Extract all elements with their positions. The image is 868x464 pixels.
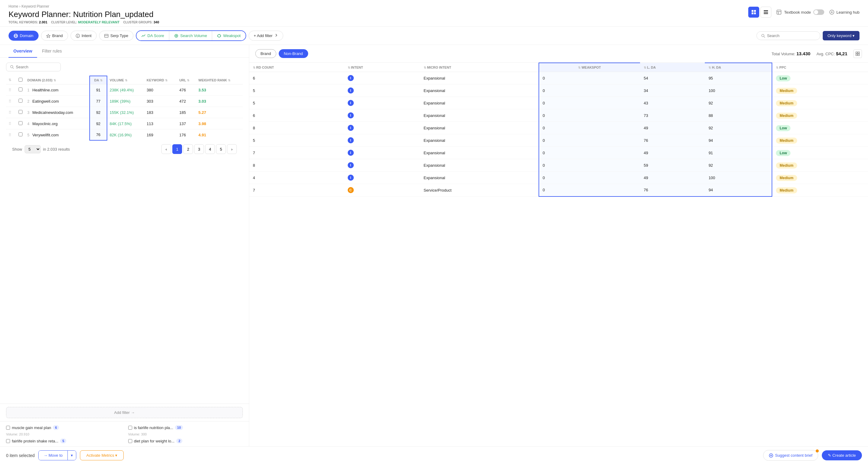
cluster-item-2[interactable]: fairlife protein shake reta... 5	[6, 438, 121, 443]
bottom-bar: 0 item selected → Move to ▾ Activate Met…	[0, 446, 868, 460]
page-title-prefix: Keyword Planner:	[8, 10, 71, 19]
cluster-item-5[interactable]: diet plan for weight lo... 2	[128, 438, 243, 443]
svg-rect-2	[752, 12, 753, 14]
brand-bar: Brand Non-Brand Total Volume: 13.430 Avg…	[249, 45, 868, 63]
kw-intent: C	[344, 184, 420, 196]
cluster-item-1[interactable]: muscle gain meal plan 6	[6, 425, 121, 430]
learning-hub[interactable]: Learning hub	[829, 9, 860, 15]
select-all-checkbox[interactable]	[19, 78, 23, 82]
add-filter-button[interactable]: + Add filter	[249, 31, 283, 41]
pagination-row: Show 5 10 25 in 2.033 results ‹ 1 2 3 4 …	[6, 141, 243, 158]
svg-rect-5	[764, 12, 768, 12]
breadcrumb-home[interactable]: Home	[8, 4, 18, 8]
active-filters-group: DA Score Search Volume Weakspot	[136, 30, 246, 41]
domain-keyword: 380	[144, 85, 177, 96]
suggest-icon	[769, 453, 773, 458]
row-checkbox[interactable]	[16, 129, 25, 141]
svg-rect-20	[104, 34, 108, 37]
kw-word-count: 7	[249, 184, 344, 196]
kw-micro-intent: Expansional	[420, 122, 539, 134]
drag-handle[interactable]: ⠿	[6, 107, 16, 118]
add-filter-row-button[interactable]: Add filter →	[6, 407, 243, 418]
page-1[interactable]: 1	[172, 144, 182, 154]
svg-point-25	[762, 34, 764, 37]
domain-da: 76	[90, 129, 107, 141]
page-prev[interactable]: ‹	[161, 144, 171, 154]
page-next[interactable]: ›	[227, 144, 237, 154]
intent-filter[interactable]: Intent	[70, 31, 97, 41]
brand-filter[interactable]: Brand	[41, 31, 68, 41]
cluster-badge-2: 5	[60, 438, 66, 443]
cluster-badge-5: 2	[176, 438, 182, 443]
kw-hda: 92	[705, 97, 772, 109]
domain-name: 1 Healthline.com	[25, 85, 90, 96]
row-checkbox[interactable]	[16, 107, 25, 118]
tab-overview[interactable]: Overview	[8, 45, 37, 58]
row-checkbox[interactable]	[16, 85, 25, 96]
drag-handle[interactable]: ⠿	[6, 129, 16, 141]
row-checkbox[interactable]	[16, 118, 25, 129]
tabs: Overview Filter rules	[0, 45, 249, 58]
move-to-dropdown[interactable]: ▾	[67, 451, 76, 460]
domain-search-box[interactable]	[6, 63, 61, 71]
page-5[interactable]: 5	[216, 144, 226, 154]
drag-handle[interactable]: ⠿	[6, 118, 16, 129]
cluster-item-4[interactable]: is fairlife nutrition pla... 10	[128, 425, 243, 430]
domain-url: 472	[177, 96, 196, 107]
drag-handle[interactable]: ⠿	[6, 96, 16, 107]
cluster-checkbox-1[interactable]	[6, 426, 10, 430]
kw-table-row: 5 I Expansional 0 43 92 Medium	[249, 97, 868, 109]
grid-icon-button[interactable]	[854, 49, 862, 58]
search-input[interactable]	[767, 33, 816, 38]
page-title: Keyword Planner: Nutrition Plan_updated	[8, 10, 159, 19]
kw-ppc: Medium	[772, 85, 868, 97]
drag-handle[interactable]: ⠿	[6, 85, 16, 96]
da-score-filter[interactable]: DA Score	[136, 31, 169, 40]
th-kw-weakspot: ⇅ WEAKSPOT	[539, 63, 640, 72]
suggest-content-brief-button[interactable]: Suggest content brief	[763, 450, 818, 460]
svg-rect-32	[858, 54, 860, 56]
move-to-group: → Move to ▾	[38, 450, 76, 460]
domain-volume: 189K (39%)	[107, 96, 144, 107]
kw-intent: I	[344, 122, 420, 134]
page-4[interactable]: 4	[205, 144, 215, 154]
cluster-checkbox-2[interactable]	[6, 439, 10, 443]
domain-search-icon	[10, 65, 14, 69]
th-keyword: KEYWORD ⇅	[144, 76, 177, 85]
th-checkbox	[16, 76, 25, 85]
brand-tab-brand[interactable]: Brand	[255, 49, 276, 58]
move-to-button[interactable]: → Move to	[39, 451, 67, 460]
search-box[interactable]	[756, 31, 820, 40]
th-kw-wordcount: ⇅ RD COUNT	[249, 63, 344, 72]
activate-metrics-button[interactable]: Activate Metrics ▾	[80, 450, 124, 460]
cluster-checkbox-4[interactable]	[128, 426, 132, 430]
table-view-button[interactable]	[748, 7, 759, 18]
kw-hda: 92	[705, 159, 772, 172]
textbook-toggle[interactable]	[813, 9, 824, 15]
kw-intent: I	[344, 72, 420, 85]
list-view-button[interactable]	[761, 7, 771, 18]
brand-tab-nonbrand[interactable]: Non-Brand	[279, 49, 308, 58]
kw-table-row: 6 I Expansional 0 54 95 Low	[249, 72, 868, 85]
cluster-groups-label: CLUSTER GROUPS:	[123, 21, 153, 24]
domain-search-input[interactable]	[16, 65, 52, 69]
page-size-select[interactable]: 5 10 25	[25, 145, 41, 153]
kw-hda: 100	[705, 172, 772, 184]
domain-filter[interactable]: Domain	[8, 31, 39, 41]
row-checkbox[interactable]	[16, 96, 25, 107]
page-3[interactable]: 3	[194, 144, 204, 154]
create-article-button[interactable]: ✎ Create article	[822, 450, 862, 460]
page-2[interactable]: 2	[183, 144, 193, 154]
kw-micro-intent: Expansional	[420, 72, 539, 85]
page-title-project: Nutrition Plan_updated	[73, 10, 153, 19]
total-volume-label: Total Volume: 13.430	[772, 51, 811, 56]
domain-table: ⇅ DOMAIN (2.033) ⇅ DA ⇅ VOLUME ⇅ KEYWORD…	[6, 76, 243, 141]
weakspot-filter[interactable]: Weakspot	[212, 31, 246, 40]
serp-type-filter[interactable]: Serp Type	[99, 31, 133, 41]
tab-filter-rules[interactable]: Filter rules	[37, 45, 67, 58]
cluster-checkbox-5[interactable]	[128, 439, 132, 443]
search-volume-filter[interactable]: Search Volume	[169, 31, 212, 40]
avg-cpc-label: Avg. CPC: $4,21	[816, 51, 847, 56]
kw-word-count: 4	[249, 172, 344, 184]
only-keyword-button[interactable]: Only keyword ▾	[823, 31, 860, 40]
